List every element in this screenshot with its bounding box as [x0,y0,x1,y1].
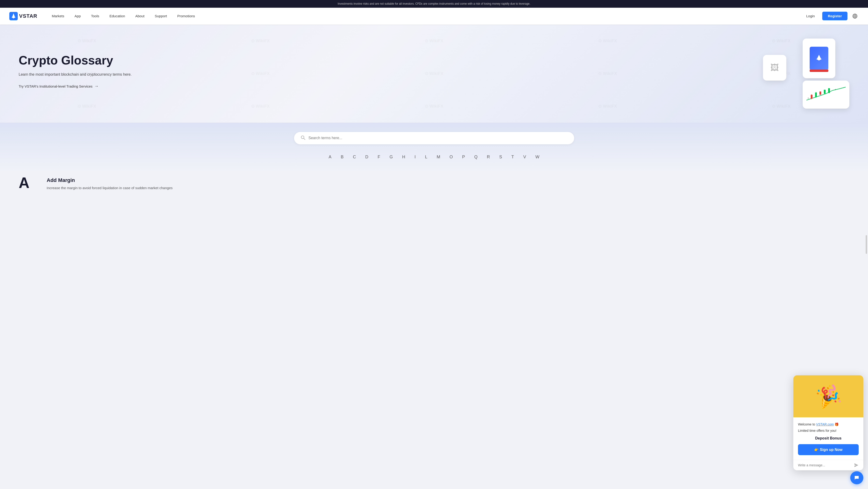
nav-links: Markets App Tools Education About Suppor… [47,8,802,25]
chart-card: + + [803,81,849,109]
logo-text: VSTAR [19,13,37,19]
login-button[interactable]: Login [802,12,818,20]
alpha-C[interactable]: C [351,154,357,161]
search-input[interactable] [309,136,568,140]
alpha-S[interactable]: S [498,154,503,161]
cta-arrow-icon: → [94,84,98,89]
alpha-T[interactable]: T [510,154,515,161]
term-block: Add Margin Increase the margin to avoid … [47,175,849,191]
globe-icon [852,13,858,19]
nav-support[interactable]: Support [150,8,172,25]
alpha-L[interactable]: L [424,154,429,161]
alpha-V[interactable]: V [522,154,527,161]
svg-rect-8 [811,94,812,98]
hero-subtitle: Learn the most important blockchain and … [19,72,132,77]
search-bar [294,132,574,144]
image-icon: 🖼 [770,63,779,73]
glossary-section: A Add Margin Increase the margin to avoi… [0,171,868,212]
alpha-A[interactable]: A [327,154,333,161]
vstar-book-logo [814,54,824,63]
hero-cta-link[interactable]: Try VSTAR's Institutional-level Trading … [19,84,132,89]
warning-text: Investments involve risks and are not su… [338,2,530,5]
nav-promotions[interactable]: Promotions [172,8,200,25]
alpha-M[interactable]: M [435,154,442,161]
svg-rect-16 [828,88,830,93]
alpha-Q[interactable]: Q [473,154,479,161]
search-section: A B C D F G H I L M O P Q R S T V W [0,123,868,171]
svg-marker-7 [816,55,822,60]
navbar: VSTAR Markets App Tools Education About … [0,8,868,25]
alpha-I[interactable]: I [413,154,417,161]
alpha-B[interactable]: B [339,154,345,161]
nav-education[interactable]: Education [104,8,130,25]
svg-rect-14 [819,91,821,94]
svg-line-20 [304,138,305,140]
hero-title: Crypto Glossary [19,54,132,67]
svg-text:+: + [835,88,836,91]
language-selector[interactable] [851,12,859,20]
hero-section: ⊙ WikiFX⊙ WikiFX⊙ WikiFX⊙ WikiFX⊙ WikiFX… [0,25,868,123]
nav-tools[interactable]: Tools [86,8,104,25]
hero-visual: 🖼 + + [761,34,849,109]
vstar-logo-icon [9,12,18,20]
logo[interactable]: VSTAR [9,12,37,20]
svg-rect-11 [815,92,817,97]
alphabet-nav: A B C D F G H I L M O P Q R S T V W [19,152,849,166]
book-icon [810,47,828,70]
alpha-H[interactable]: H [401,154,407,161]
alpha-F[interactable]: F [376,154,381,161]
search-icon [301,135,305,141]
photo-placeholder-card: 🖼 [763,55,786,81]
nav-markets[interactable]: Markets [47,8,69,25]
letter-group-a: A Add Margin Increase the margin to avoi… [19,175,849,191]
svg-text:+: + [808,97,809,99]
term-title: Add Margin [47,177,849,183]
svg-rect-15 [824,90,826,94]
alpha-W[interactable]: W [534,154,541,161]
alpha-D[interactable]: D [364,154,370,161]
nav-actions: Login Register [802,12,859,20]
book-card [803,38,835,78]
alpha-O[interactable]: O [448,154,454,161]
warning-bar: Investments involve risks and are not su… [0,0,868,8]
hero-content: Crypto Glossary Learn the most important… [19,54,132,89]
nav-about[interactable]: About [130,8,150,25]
alpha-R[interactable]: R [486,154,491,161]
candlestick-chart: + + [806,84,846,103]
alpha-P[interactable]: P [461,154,466,161]
letter-anchor-a: A [19,175,37,191]
term-description: Increase the margin to avoid forced liqu… [47,185,849,191]
nav-app[interactable]: App [69,8,86,25]
alpha-G[interactable]: G [388,154,394,161]
register-button[interactable]: Register [822,12,847,20]
